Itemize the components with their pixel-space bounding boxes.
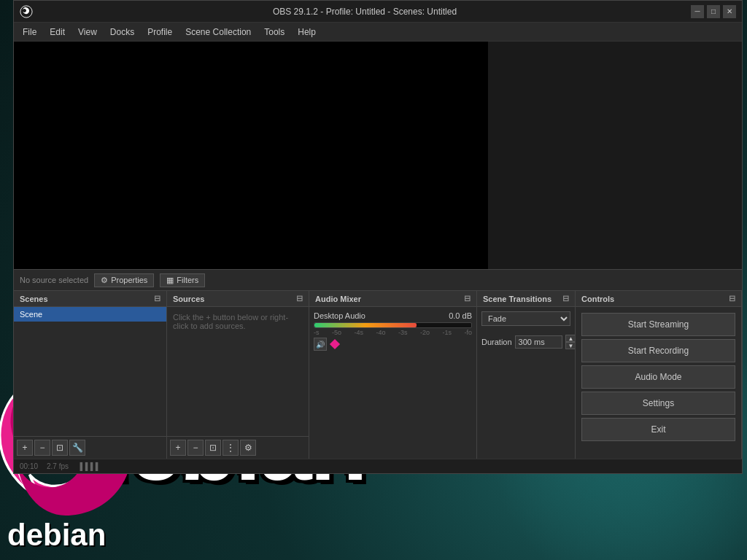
menu-help[interactable]: Help bbox=[292, 26, 322, 39]
controls-panel-header: Controls ⊟ bbox=[576, 291, 741, 307]
gear-icon: ⚙ bbox=[101, 276, 108, 285]
scenes-title: Scenes bbox=[20, 295, 48, 303]
obs-window: OBS 29.1.2 - Profile: Untitled - Scenes:… bbox=[13, 0, 743, 474]
duration-label: Duration bbox=[481, 338, 512, 346]
preview-canvas bbox=[14, 42, 488, 269]
exit-button[interactable]: Exit bbox=[581, 418, 735, 441]
source-settings-button[interactable]: ⊡ bbox=[205, 440, 221, 456]
duration-down-button[interactable]: ▼ bbox=[565, 342, 576, 349]
scene-transitions-panel: Scene Transitions ⊟ Fade Cut Swipe Slide… bbox=[477, 291, 576, 459]
window-title: OBS 29.1.2 - Profile: Untitled - Scenes:… bbox=[39, 7, 691, 17]
audio-fader[interactable] bbox=[314, 322, 472, 328]
maximize-button[interactable]: □ bbox=[707, 5, 720, 18]
status-bars-icon: ▐▐▐▐ bbox=[77, 462, 98, 470]
controls-panel: Controls ⊟ Start Streaming Start Recordi… bbox=[576, 291, 742, 459]
fader-labels: -s -5o -4s -4o -3s -2o -1s -fo bbox=[314, 329, 472, 336]
remove-source-button[interactable]: − bbox=[187, 440, 204, 456]
scenes-toolbar: + − ⊡ 🔧 bbox=[14, 436, 166, 459]
audio-mode-button[interactable]: Audio Mode bbox=[581, 365, 735, 389]
obs-app-icon bbox=[20, 5, 33, 18]
source-more-button[interactable]: ⋮ bbox=[222, 440, 239, 456]
audio-controls: 🔊 bbox=[314, 338, 472, 351]
transitions-panel-header: Scene Transitions ⊟ bbox=[477, 291, 575, 307]
start-recording-button[interactable]: Start Recording bbox=[581, 339, 735, 362]
audio-track-db: 0.0 dB bbox=[449, 311, 472, 320]
mute-button[interactable]: 🔊 bbox=[314, 338, 327, 351]
sources-toolbar: + − ⊡ ⋮ ⚙ bbox=[167, 436, 309, 459]
menu-bar: File Edit View Docks Profile Scene Colle… bbox=[14, 23, 742, 42]
scenes-panel-header: Scenes ⊟ bbox=[14, 291, 166, 307]
transition-select[interactable]: Fade Cut Swipe Slide bbox=[481, 311, 570, 326]
source-filter-button[interactable]: ⚙ bbox=[240, 440, 256, 456]
scenes-panel: Scenes ⊟ Scene + − ⊡ 🔧 bbox=[14, 291, 167, 459]
controls-title: Controls bbox=[581, 295, 614, 303]
menu-view[interactable]: View bbox=[72, 26, 103, 39]
settings-button[interactable]: Settings bbox=[581, 392, 735, 415]
bottom-panel: Scenes ⊟ Scene + − ⊡ 🔧 Sources ⊟ Click t… bbox=[14, 291, 742, 459]
status-fps: 2.7 fps bbox=[47, 462, 69, 470]
menu-edit[interactable]: Edit bbox=[44, 26, 71, 39]
audio-track-header: Desktop Audio 0.0 dB bbox=[314, 311, 472, 320]
transitions-content: Fade Cut Swipe Slide Duration ▲ ▼ bbox=[477, 307, 575, 459]
menu-docks[interactable]: Docks bbox=[104, 26, 140, 39]
sources-panel-header: Sources ⊟ bbox=[167, 291, 309, 307]
audio-track-name: Desktop Audio bbox=[314, 311, 365, 320]
menu-scene-collection[interactable]: Scene Collection bbox=[179, 26, 257, 39]
sources-empty-message: Click the + button below or right-click … bbox=[167, 307, 309, 436]
scenes-list: Scene bbox=[14, 307, 166, 436]
title-bar: OBS 29.1.2 - Profile: Untitled - Scenes:… bbox=[14, 1, 742, 23]
desktop-audio-track: Desktop Audio 0.0 dB -s -5o -4s -4o -3s … bbox=[314, 311, 472, 351]
status-time: 00:10 bbox=[20, 462, 38, 470]
close-button[interactable]: ✕ bbox=[723, 5, 736, 18]
scene-item[interactable]: Scene bbox=[14, 307, 166, 322]
controls-content: Start Streaming Start Recording Audio Mo… bbox=[576, 307, 741, 459]
source-bar: No source selected ⚙ Properties ▦ Filter… bbox=[14, 269, 742, 291]
audio-title: Audio Mixer bbox=[315, 295, 361, 303]
duration-up-button[interactable]: ▲ bbox=[565, 335, 576, 342]
sources-panel: Sources ⊟ Click the + button below or ri… bbox=[167, 291, 309, 459]
scenes-panel-icon[interactable]: ⊟ bbox=[154, 294, 160, 303]
no-source-label: No source selected bbox=[20, 276, 88, 284]
remove-scene-button[interactable]: − bbox=[34, 440, 50, 456]
controls-panel-icon[interactable]: ⊟ bbox=[729, 294, 735, 303]
menu-file[interactable]: File bbox=[17, 26, 42, 39]
audio-panel-icon[interactable]: ⊟ bbox=[464, 294, 471, 303]
audio-mixer-content: Desktop Audio 0.0 dB -s -5o -4s -4o -3s … bbox=[309, 307, 476, 459]
scene-filter-button[interactable]: 🔧 bbox=[69, 440, 85, 456]
start-streaming-button[interactable]: Start Streaming bbox=[581, 313, 735, 336]
status-bar: 00:10 2.7 fps ▐▐▐▐ bbox=[14, 459, 742, 473]
add-scene-button[interactable]: + bbox=[17, 440, 33, 456]
audio-mixer-panel: Audio Mixer ⊟ Desktop Audio 0.0 dB -s -5… bbox=[309, 291, 477, 459]
menu-tools[interactable]: Tools bbox=[258, 26, 290, 39]
properties-button[interactable]: ⚙ Properties bbox=[94, 273, 154, 287]
window-controls: ─ □ ✕ bbox=[691, 5, 736, 18]
diamond-indicator bbox=[330, 339, 340, 349]
duration-row: Duration ▲ ▼ bbox=[481, 335, 570, 349]
preview-area bbox=[14, 42, 742, 269]
add-source-button[interactable]: + bbox=[170, 440, 186, 456]
filters-button[interactable]: ▦ Filters bbox=[160, 273, 205, 287]
duration-input[interactable] bbox=[515, 335, 562, 349]
filter-icon: ▦ bbox=[166, 276, 174, 285]
transitions-panel-icon[interactable]: ⊟ bbox=[562, 294, 569, 303]
scene-settings-button[interactable]: ⊡ bbox=[52, 440, 68, 456]
duration-spinners: ▲ ▼ bbox=[565, 335, 576, 349]
sources-title: Sources bbox=[173, 295, 204, 303]
fader-fill bbox=[314, 323, 417, 327]
transitions-title: Scene Transitions bbox=[483, 295, 551, 303]
minimize-button[interactable]: ─ bbox=[691, 5, 704, 18]
audio-panel-header: Audio Mixer ⊟ bbox=[309, 291, 476, 307]
menu-profile[interactable]: Profile bbox=[142, 26, 178, 39]
sources-panel-icon[interactable]: ⊟ bbox=[296, 294, 303, 303]
